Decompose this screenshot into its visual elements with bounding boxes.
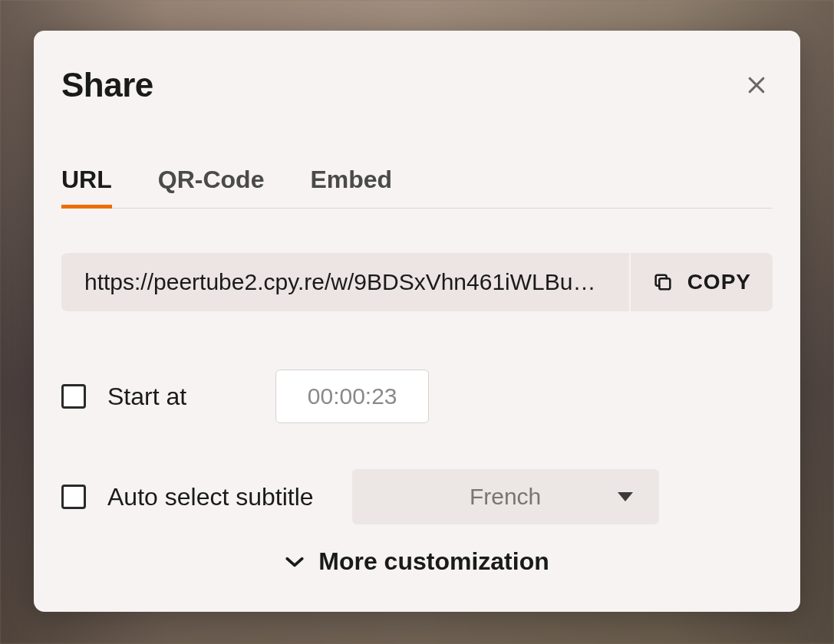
tab-embed[interactable]: Embed (310, 166, 392, 209)
close-icon (745, 74, 768, 97)
share-url-input[interactable] (61, 253, 629, 311)
subtitle-select[interactable]: French (352, 469, 659, 524)
copy-button-label: COPY (687, 270, 751, 294)
modal-title: Share (61, 66, 153, 104)
close-button[interactable] (740, 69, 773, 101)
auto-subtitle-row: Auto select subtitle French (61, 469, 773, 524)
modal-header: Share (61, 66, 773, 104)
start-at-row: Start at (61, 370, 773, 423)
copy-icon (652, 271, 674, 293)
start-at-time-input[interactable] (275, 370, 429, 423)
tab-qrcode[interactable]: QR-Code (158, 166, 265, 209)
start-at-checkbox[interactable] (61, 384, 86, 409)
start-at-label: Start at (107, 383, 186, 411)
auto-subtitle-label: Auto select subtitle (107, 483, 314, 511)
svg-rect-2 (659, 278, 670, 289)
share-url-row: COPY (61, 253, 773, 311)
subtitle-select-value: French (470, 484, 541, 509)
chevron-down-icon (285, 556, 305, 568)
more-customization-label: More customization (318, 547, 549, 576)
subtitle-select-wrap: French (352, 469, 659, 524)
more-customization-toggle[interactable]: More customization (61, 547, 773, 576)
auto-subtitle-checkbox[interactable] (61, 485, 86, 509)
share-tabs: URL QR-Code Embed (61, 166, 773, 209)
copy-button[interactable]: COPY (629, 253, 773, 311)
tab-url[interactable]: URL (61, 166, 112, 209)
share-modal: Share URL QR-Code Embed COPY Start at Au… (34, 31, 800, 612)
